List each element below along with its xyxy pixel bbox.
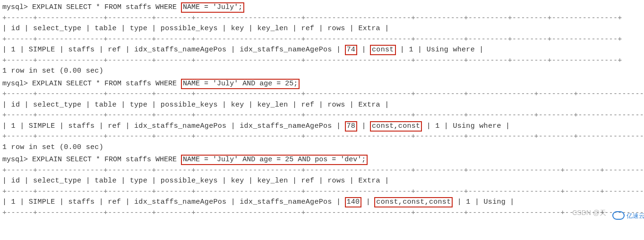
result-footer: 1 row in set (0.00 sec) bbox=[2, 142, 644, 153]
stmt-prefix: EXPLAIN SELECT * FROM staffs WHERE bbox=[32, 156, 177, 164]
table-border: +------+---------------+----------+-----… bbox=[2, 34, 644, 45]
result-footer: 1 row in set (0.00 sec) bbox=[2, 66, 644, 77]
where-clause-highlight: NAME = 'July'; bbox=[181, 2, 244, 13]
brand-text: 亿速云 bbox=[627, 211, 644, 221]
table-header: | id | select_type | table | type | poss… bbox=[2, 24, 644, 34]
highlight-ref: const,const,const bbox=[374, 197, 453, 207]
table-row: | 1 | SIMPLE | staffs | ref | idx_staffs… bbox=[2, 45, 644, 56]
table-row: | 1 | SIMPLE | staffs | ref | idx_staffs… bbox=[2, 197, 644, 208]
highlight-ref: const bbox=[370, 45, 396, 55]
query-prompt: mysql> EXPLAIN SELECT * FROM staffs WHER… bbox=[2, 2, 644, 13]
highlight-key_len: 78 bbox=[345, 121, 358, 132]
table-border: +------+---------------+----------+-----… bbox=[2, 89, 644, 100]
brand-logo: 亿速云 bbox=[612, 211, 644, 221]
highlight-key_len: 74 bbox=[345, 45, 358, 55]
query-prompt: mysql> EXPLAIN SELECT * FROM staffs WHER… bbox=[2, 79, 644, 90]
stmt-prefix: EXPLAIN SELECT * FROM staffs WHERE bbox=[32, 3, 177, 11]
mysql-prompt: mysql> bbox=[2, 3, 28, 11]
highlight-key_len: 140 bbox=[345, 197, 362, 207]
mysql-prompt: mysql> bbox=[2, 80, 28, 88]
stmt-prefix: EXPLAIN SELECT * FROM staffs WHERE bbox=[32, 80, 177, 88]
csdn-watermark: CSDN @天 bbox=[572, 208, 606, 218]
table-header: | id | select_type | table | type | poss… bbox=[2, 176, 644, 187]
where-clause-highlight: NAME = 'July' AND age = 25; bbox=[181, 79, 300, 89]
table-border: +------+---------------+----------+-----… bbox=[2, 208, 644, 219]
mysql-prompt: mysql> bbox=[2, 156, 28, 164]
table-header: | id | select_type | table | type | poss… bbox=[2, 100, 644, 111]
table-row: | 1 | SIMPLE | staffs | ref | idx_staffs… bbox=[2, 121, 644, 132]
where-clause-highlight: NAME = 'July' AND age = 25 AND pos = 'de… bbox=[181, 155, 368, 165]
highlight-ref: const,const bbox=[370, 121, 422, 132]
table-border: +------+---------------+----------+-----… bbox=[2, 187, 644, 198]
query-prompt: mysql> EXPLAIN SELECT * FROM staffs WHER… bbox=[2, 155, 644, 166]
cloud-icon bbox=[612, 211, 625, 220]
table-border: +------+---------------+----------+-----… bbox=[2, 166, 644, 176]
table-border: +------+---------------+----------+-----… bbox=[2, 110, 644, 121]
table-border: +------+---------------+----------+-----… bbox=[2, 13, 644, 24]
table-border: +------+---------------+----------+-----… bbox=[2, 56, 644, 66]
table-border: +------+---------------+----------+-----… bbox=[2, 132, 644, 142]
